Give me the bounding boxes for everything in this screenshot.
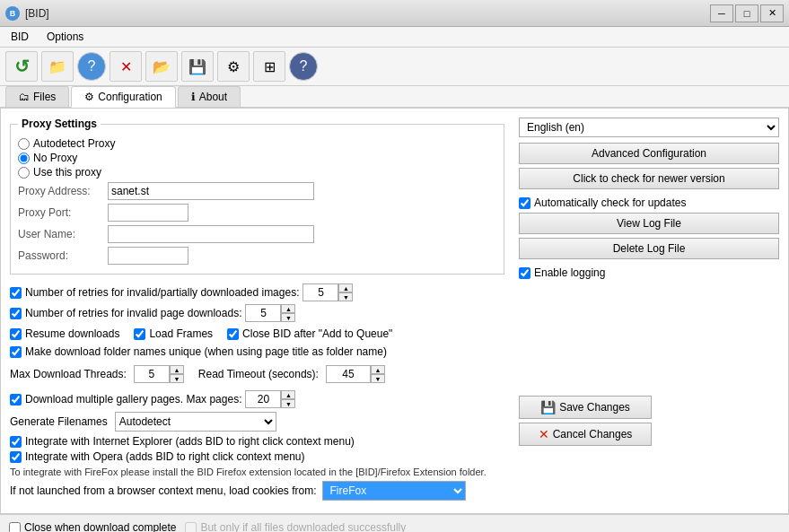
proxy-username-input[interactable] — [108, 225, 314, 243]
toolbar-save-btn[interactable]: 💾 — [181, 51, 214, 82]
left-panel: Proxy Settings Autodetect Proxy No Proxy… — [10, 118, 504, 504]
download-pages-input[interactable] — [245, 390, 281, 408]
integrate-opera-checkbox[interactable] — [10, 451, 22, 463]
menu-options[interactable]: Options — [39, 29, 91, 45]
retries-images-checkbox[interactable] — [10, 287, 22, 299]
toolbar-folder-btn[interactable]: 📁 — [41, 51, 74, 82]
integrate-ie-label: Integrate with Internet Explorer (adds B… — [25, 435, 355, 448]
download-pages-up[interactable]: ▲ — [281, 390, 295, 399]
download-pages-row: Download multiple gallery pages. Max pag… — [10, 390, 504, 408]
integrate-ie-row: Integrate with Internet Explorer (adds B… — [10, 435, 504, 448]
minimize-btn[interactable]: ─ — [710, 4, 733, 22]
proxy-address-label: Proxy Address: — [18, 185, 108, 197]
app-icon: B — [5, 6, 20, 21]
config-tab-label: Configuration — [98, 91, 162, 103]
retries-images-input[interactable] — [302, 283, 338, 301]
about-tab-label: About — [199, 91, 227, 103]
retries-pages-checkbox[interactable] — [10, 308, 22, 319]
retries-images-down[interactable]: ▼ — [338, 292, 353, 301]
max-threads-up[interactable]: ▲ — [170, 365, 184, 374]
toolbar-open-btn[interactable]: 📂 — [145, 51, 178, 82]
menu-bar: BID Options — [0, 27, 789, 48]
unique-folder-checkbox[interactable] — [10, 346, 22, 358]
generate-filenames-dropdown[interactable]: Autodetect Sequential Original — [115, 412, 276, 432]
view-log-btn[interactable]: View Log File — [519, 213, 779, 234]
retries-pages-down[interactable]: ▼ — [281, 313, 295, 322]
proxy-password-input[interactable] — [108, 247, 188, 265]
generate-filenames-row: Generate Filenames Autodetect Sequential… — [10, 412, 504, 432]
max-threads-row: Max Download Threads: ▲ ▼ — [10, 365, 184, 383]
proxy-noproxy-radio[interactable] — [18, 153, 30, 164]
integrate-opera-label: Integrate with Opera (adds BID to right … — [25, 450, 304, 463]
language-dropdown[interactable]: English (en) German (de) French (fr) Spa… — [519, 118, 779, 137]
max-threads-down[interactable]: ▼ — [170, 374, 184, 383]
retries-images-label: Number of retries for invalid/partially … — [25, 286, 299, 299]
retries-images-row: Number of retries for invalid/partially … — [10, 283, 504, 301]
proxy-autodetect-radio[interactable] — [18, 138, 30, 150]
toolbar-settings-btn[interactable]: ⚙ — [217, 51, 250, 82]
save-changes-btn[interactable]: 💾 Save Changes — [519, 396, 652, 419]
read-timeout-down[interactable]: ▼ — [371, 374, 385, 383]
retries-images-up[interactable]: ▲ — [338, 283, 353, 292]
tab-configuration[interactable]: ⚙ Configuration — [71, 86, 175, 108]
check-version-btn[interactable]: Click to check for newer version — [519, 168, 779, 189]
retries-pages-label: Number of retries for invalid page downl… — [25, 307, 241, 319]
maximize-btn[interactable]: □ — [735, 4, 758, 22]
read-timeout-label: Read Timeout (seconds): — [198, 368, 319, 380]
read-timeout-input[interactable] — [326, 365, 371, 383]
auto-check-updates-checkbox[interactable] — [519, 197, 530, 209]
toolbar: ↺ 📁 ? ✕ 📂 💾 ⚙ ⊞ ? — [0, 48, 789, 86]
close-on-download-checkbox[interactable] — [9, 522, 21, 533]
toolbar-help-btn[interactable]: ? — [77, 52, 106, 81]
load-frames-checkbox[interactable] — [134, 328, 145, 340]
save-cancel-section: 💾 Save Changes ✕ Cancel Changes — [519, 396, 779, 446]
proxy-password-label: Password: — [18, 249, 108, 262]
right-panel: English (en) German (de) French (fr) Spa… — [519, 118, 779, 504]
generate-filenames-label: Generate Filenames — [10, 415, 108, 428]
proxy-noproxy-label: No Proxy — [33, 152, 77, 164]
retries-pages-up[interactable]: ▲ — [281, 304, 295, 313]
proxy-port-input[interactable] — [108, 204, 188, 222]
integrate-ie-checkbox[interactable] — [10, 436, 22, 448]
toolbar-stop-btn[interactable]: ✕ — [110, 51, 142, 82]
close-on-download-row: Close when download complete — [9, 521, 176, 532]
firefox-notice: To integrate with FireFox please install… — [10, 467, 504, 477]
proxy-usethis-radio[interactable] — [18, 167, 30, 179]
footer-bar: Close when download complete But only if… — [0, 514, 789, 532]
files-tab-label: Files — [33, 91, 56, 103]
resume-downloads-checkbox[interactable] — [10, 328, 22, 340]
toolbar-refresh-btn[interactable]: ↺ — [5, 51, 38, 82]
cancel-changes-btn[interactable]: ✕ Cancel Changes — [519, 423, 652, 446]
toolbar-info-btn[interactable]: ? — [289, 52, 318, 81]
enable-logging-checkbox[interactable] — [519, 267, 530, 279]
close-btn[interactable]: ✕ — [760, 4, 784, 22]
download-pages-checkbox[interactable] — [10, 394, 22, 406]
language-row: English (en) German (de) French (fr) Spa… — [519, 118, 779, 137]
read-timeout-up[interactable]: ▲ — [371, 365, 385, 374]
delete-log-btn[interactable]: Delete Log File — [519, 238, 779, 259]
proxy-username-label: User Name: — [18, 228, 108, 240]
toolbar-grid-btn[interactable]: ⊞ — [253, 51, 285, 82]
cancel-label: Cancel Changes — [553, 428, 633, 440]
advanced-config-btn[interactable]: Advanced Configuration — [519, 143, 779, 164]
resume-downloads-row: Resume downloads — [10, 327, 119, 340]
about-tab-icon: ℹ — [191, 91, 196, 103]
retries-pages-input[interactable] — [245, 304, 281, 322]
download-pages-label: Download multiple gallery pages. Max pag… — [25, 393, 241, 406]
but-only-if-all-label: But only if all files downloaded success… — [200, 521, 406, 532]
enable-logging-label: Enable logging — [534, 266, 605, 279]
proxy-port-label: Proxy Port: — [18, 206, 108, 219]
proxy-settings-group: Proxy Settings Autodetect Proxy No Proxy… — [10, 118, 504, 275]
menu-bid[interactable]: BID — [4, 29, 36, 45]
cookies-dropdown[interactable]: FireFox Internet Explorer Opera None — [322, 481, 466, 501]
but-only-if-all-checkbox[interactable] — [185, 522, 197, 533]
close-bid-checkbox[interactable] — [227, 328, 239, 340]
unique-folder-row: Make download folder names unique (when … — [10, 345, 504, 358]
download-pages-down[interactable]: ▼ — [281, 399, 295, 408]
save-icon: 💾 — [540, 400, 556, 414]
proxy-address-input[interactable] — [108, 182, 314, 200]
tab-files[interactable]: 🗂 Files — [5, 86, 69, 107]
max-threads-input[interactable] — [134, 365, 170, 383]
load-frames-label: Load Frames — [149, 327, 213, 340]
tab-about[interactable]: ℹ About — [178, 86, 241, 107]
